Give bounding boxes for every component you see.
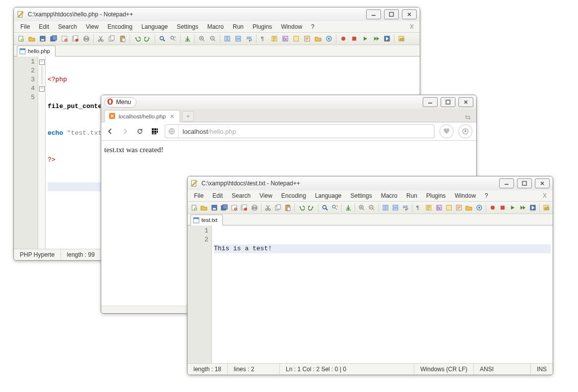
wrap-icon[interactable] bbox=[244, 34, 254, 44]
tab-close-icon[interactable]: ✕ bbox=[169, 113, 176, 120]
goto-icon[interactable] bbox=[183, 34, 193, 44]
sync-v-icon[interactable] bbox=[381, 203, 389, 213]
file-tab-test-txt[interactable]: test.txt bbox=[191, 215, 223, 225]
menu-item[interactable]: Settings bbox=[346, 191, 376, 200]
new-icon[interactable] bbox=[190, 203, 198, 213]
menu-item[interactable]: Macro bbox=[377, 191, 402, 200]
monitor-icon[interactable] bbox=[324, 34, 334, 44]
menu-item[interactable]: Window bbox=[276, 22, 307, 31]
save-icon[interactable] bbox=[209, 203, 218, 213]
replace-icon[interactable] bbox=[168, 34, 178, 44]
spell-icon[interactable]: ab bbox=[396, 34, 406, 44]
titlebar[interactable]: C:\xampp\htdocs\test.txt - Notepad++ bbox=[188, 176, 553, 190]
titlebar[interactable]: C:\xampp\htdocs\hello.php - Notepad++ bbox=[14, 7, 420, 21]
menu-item[interactable]: View bbox=[81, 22, 103, 31]
new-icon[interactable] bbox=[16, 34, 26, 44]
menu-item[interactable]: Edit bbox=[34, 22, 54, 31]
close-icon[interactable] bbox=[230, 203, 239, 213]
cut-icon[interactable] bbox=[263, 203, 272, 213]
menu-item[interactable]: Plugins bbox=[422, 191, 450, 200]
forward-button[interactable] bbox=[120, 126, 130, 136]
menu-item[interactable]: File bbox=[190, 191, 208, 200]
back-button[interactable] bbox=[105, 126, 115, 136]
play-multi-icon[interactable] bbox=[371, 34, 381, 44]
monitor-icon[interactable] bbox=[474, 203, 483, 213]
close-button[interactable] bbox=[402, 9, 417, 19]
menu-item[interactable]: ? bbox=[307, 22, 319, 31]
sync-h-icon[interactable] bbox=[391, 203, 400, 213]
close-all-icon[interactable] bbox=[240, 203, 249, 213]
copy-icon[interactable] bbox=[107, 34, 117, 44]
code-area[interactable]: This is a test! bbox=[212, 225, 553, 363]
copy-icon[interactable] bbox=[273, 203, 282, 213]
paste-icon[interactable] bbox=[283, 203, 292, 213]
menu-item[interactable]: Macro bbox=[203, 22, 228, 31]
save-macro-icon[interactable] bbox=[528, 203, 537, 213]
file-tab-hello-php[interactable]: hello.php bbox=[17, 46, 56, 56]
save-macro-icon[interactable] bbox=[382, 34, 392, 44]
fold-toggle-icon[interactable]: − bbox=[39, 59, 45, 65]
menu-item[interactable]: View bbox=[255, 191, 277, 200]
show-all-icon[interactable]: ¶ bbox=[258, 34, 268, 44]
menu-item[interactable]: Run bbox=[228, 22, 248, 31]
menu-item[interactable]: Edit bbox=[208, 191, 227, 200]
opera-menu-button[interactable]: Menu bbox=[104, 97, 136, 108]
menu-item[interactable]: Search bbox=[227, 191, 255, 200]
save-all-icon[interactable] bbox=[220, 203, 229, 213]
doc-map-icon[interactable] bbox=[291, 34, 301, 44]
maximize-button[interactable] bbox=[384, 9, 399, 19]
reload-button[interactable] bbox=[135, 126, 145, 136]
menubar-close-icon[interactable]: X bbox=[539, 192, 551, 199]
new-tab-button[interactable]: ＋ bbox=[182, 111, 194, 121]
play-icon[interactable] bbox=[508, 203, 517, 213]
paste-icon[interactable] bbox=[118, 34, 128, 44]
play-icon[interactable] bbox=[360, 34, 370, 44]
print-icon[interactable] bbox=[250, 203, 258, 213]
speed-dial-button[interactable] bbox=[150, 126, 160, 136]
open-icon[interactable] bbox=[199, 203, 208, 213]
menu-item[interactable]: Settings bbox=[172, 22, 202, 31]
maximize-button[interactable] bbox=[441, 97, 455, 107]
menu-item[interactable]: Encoding bbox=[277, 191, 311, 200]
open-icon[interactable] bbox=[27, 34, 37, 44]
indent-guide-icon[interactable] bbox=[424, 203, 433, 213]
address-bar[interactable]: localhost/hello.php bbox=[165, 124, 435, 138]
menu-item[interactable]: Run bbox=[402, 191, 422, 200]
record-icon[interactable] bbox=[488, 203, 497, 213]
func-list-icon[interactable] bbox=[454, 203, 463, 213]
lang-icon[interactable]: fx bbox=[280, 34, 290, 44]
doc-map-icon[interactable] bbox=[445, 203, 453, 213]
lang-icon[interactable]: fx bbox=[435, 203, 444, 213]
menu-item[interactable]: Language bbox=[137, 22, 172, 31]
maximize-button[interactable] bbox=[517, 178, 532, 188]
minimize-button[interactable] bbox=[499, 178, 514, 188]
zoom-out-icon[interactable] bbox=[208, 34, 218, 44]
show-all-icon[interactable]: ¶ bbox=[414, 203, 423, 213]
menu-item[interactable]: ? bbox=[480, 191, 493, 200]
folder-icon[interactable] bbox=[464, 203, 473, 213]
sync-v-icon[interactable] bbox=[222, 34, 232, 44]
print-icon[interactable] bbox=[81, 34, 91, 44]
code-editor[interactable]: 12 This is a test! bbox=[188, 225, 553, 363]
titlebar[interactable]: Menu bbox=[101, 95, 476, 109]
undo-icon[interactable] bbox=[297, 203, 306, 213]
menu-item[interactable]: Language bbox=[311, 191, 346, 200]
save-all-icon[interactable] bbox=[49, 34, 59, 44]
find-icon[interactable] bbox=[321, 203, 329, 213]
find-icon[interactable] bbox=[157, 34, 167, 44]
bookmark-button[interactable] bbox=[440, 124, 453, 138]
close-all-icon[interactable] bbox=[70, 34, 80, 44]
func-list-icon[interactable] bbox=[302, 34, 312, 44]
site-info-icon[interactable] bbox=[165, 125, 179, 138]
undo-icon[interactable] bbox=[132, 34, 142, 44]
menubar-close-icon[interactable]: X bbox=[406, 23, 418, 30]
menu-item[interactable]: Plugins bbox=[248, 22, 276, 31]
close-icon[interactable] bbox=[60, 34, 69, 44]
play-multi-icon[interactable] bbox=[518, 203, 527, 213]
menu-item[interactable]: Encoding bbox=[103, 22, 137, 31]
menu-item[interactable]: Search bbox=[54, 22, 81, 31]
stop-icon[interactable] bbox=[498, 203, 507, 213]
cut-icon[interactable] bbox=[96, 34, 106, 44]
spell-icon[interactable]: ab bbox=[542, 203, 551, 213]
wrap-icon[interactable] bbox=[401, 203, 410, 213]
